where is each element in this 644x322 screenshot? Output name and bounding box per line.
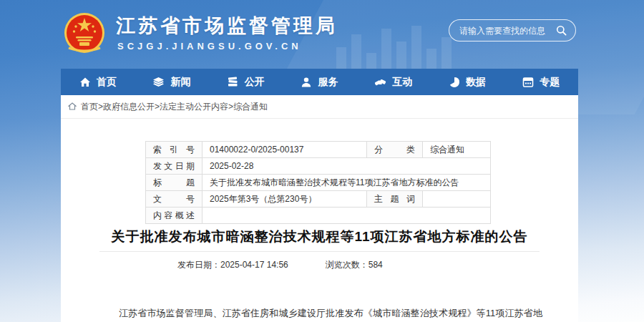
- nav-label: 公开: [245, 76, 265, 89]
- publish-date-value: 2025-04-17 14:56: [220, 260, 288, 270]
- article-paragraph: 江苏省市场监督管理局、江苏省住房和城乡建设厅批准发布《城市暗涵整治技术规程》等1…: [100, 305, 542, 322]
- service-icon: [301, 77, 312, 88]
- header-cityscape-decoration: [336, 24, 452, 69]
- breadcrumb[interactable]: 首页>政府信息公开>法定主动公开内容>综合通知: [61, 95, 578, 119]
- view-count-value: 584: [369, 260, 383, 270]
- data-icon: [449, 77, 460, 88]
- category-value: 综合通知: [423, 142, 491, 158]
- nav-item-service[interactable]: 服务: [283, 69, 356, 95]
- interaction-icon: [374, 77, 386, 88]
- table-row: 索引号 01400022-0/2025-00137 分类 综合通知: [146, 142, 491, 158]
- nav-item-news[interactable]: 新闻: [135, 69, 208, 95]
- site-title: 江苏省市场监督管理局: [116, 13, 338, 39]
- nav-label: 数据: [466, 76, 486, 89]
- site-url: SCJGJ.JIANGSU.GOV.CN: [117, 41, 302, 52]
- main-nav: 首页 新闻 公开: [61, 69, 578, 95]
- view-count-label: 浏览次数：: [326, 260, 369, 270]
- title-label: 标题: [146, 175, 203, 191]
- nav-label: 新闻: [170, 76, 190, 89]
- search-input[interactable]: [458, 25, 552, 36]
- article-title: 关于批准发布城市暗涵整治技术规程等11项江苏省地方标准的公告: [61, 228, 578, 246]
- nav-item-home[interactable]: 首页: [61, 69, 135, 95]
- news-icon: [152, 77, 165, 88]
- nav-label: 互动: [392, 76, 412, 89]
- category-label: 分类: [367, 142, 423, 158]
- view-count: 浏览次数：584: [326, 259, 383, 271]
- nav-item-interaction[interactable]: 互动: [356, 69, 430, 95]
- summary-label: 内容概述: [146, 208, 203, 224]
- title-value: 关于批准发布城市暗涵整治技术规程等11项江苏省地方标准的公告: [203, 175, 491, 191]
- date-value: 2025-02-28: [203, 158, 491, 175]
- search-icon[interactable]: [556, 25, 567, 36]
- date-label: 发文日期: [146, 158, 203, 175]
- article-meta: 发布日期：2025-04-17 14:56 浏览次数：584: [61, 259, 578, 271]
- index-value: 01400022-0/2025-00137: [203, 142, 367, 158]
- title-divider: [99, 251, 540, 252]
- nav-label: 服务: [318, 76, 338, 89]
- topics-icon: [522, 77, 534, 88]
- content-panel: 首页>政府信息公开>法定主动公开内容>综合通知 索引号 01400022-0/2…: [61, 95, 578, 322]
- article-body: 江苏省市场监督管理局、江苏省住房和城乡建设厅批准发布《城市暗涵整治技术规程》等1…: [100, 305, 542, 322]
- page: 江苏省市场监督管理局 SCJGJ.JIANGSU.GOV.CN 首页: [0, 0, 644, 322]
- nav-label: 首页: [97, 76, 117, 89]
- document-info-table: 索引号 01400022-0/2025-00137 分类 综合通知 发文日期 2…: [145, 141, 491, 224]
- table-row: 内容概述: [146, 208, 491, 224]
- table-row: 标题 关于批准发布城市暗涵整治技术规程等11项江苏省地方标准的公告: [146, 175, 491, 191]
- table-row: 文号 2025年第3号（总第230号） 主题词: [146, 191, 491, 208]
- keywords-value: [423, 191, 491, 208]
- nav-item-topics[interactable]: 专题: [504, 69, 578, 95]
- home-icon: [79, 77, 91, 88]
- national-emblem-logo: [63, 11, 106, 57]
- nav-item-disclosure[interactable]: 公开: [209, 69, 283, 95]
- publish-date: 发布日期：2025-04-17 14:56: [177, 259, 288, 271]
- keywords-label: 主题词: [367, 191, 423, 208]
- docnum-value: 2025年第3号（总第230号）: [203, 191, 367, 208]
- nav-label: 专题: [540, 76, 560, 89]
- breadcrumb-text: 首页>政府信息公开>法定主动公开内容>综合通知: [81, 101, 268, 113]
- search-box[interactable]: [449, 19, 576, 42]
- disclosure-icon: [227, 77, 239, 88]
- nav-item-data[interactable]: 数据: [430, 69, 504, 95]
- publish-date-label: 发布日期：: [177, 260, 220, 270]
- docnum-label: 文号: [146, 191, 203, 208]
- breadcrumb-home-icon: [68, 102, 77, 112]
- summary-value: [203, 208, 491, 224]
- index-label: 索引号: [146, 142, 203, 158]
- table-row: 发文日期 2025-02-28: [146, 158, 491, 175]
